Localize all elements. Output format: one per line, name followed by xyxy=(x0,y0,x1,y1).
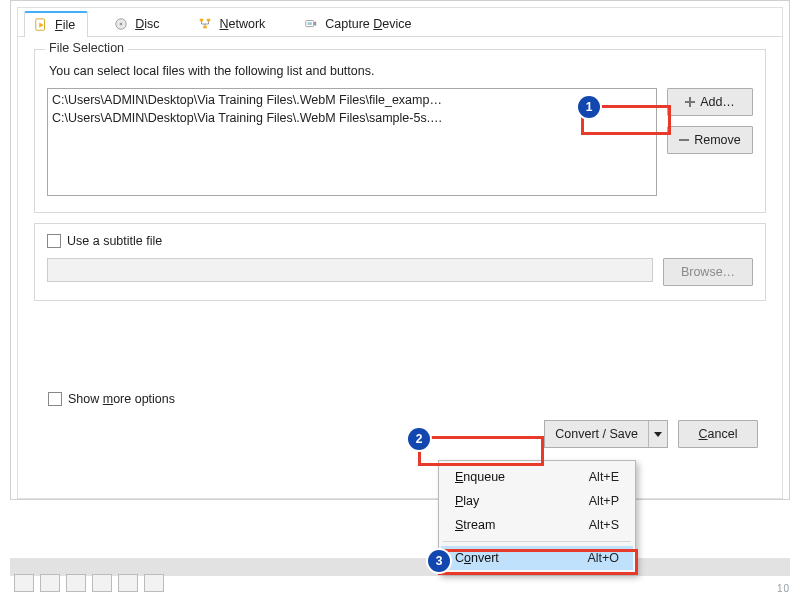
menu-item-play[interactable]: Play Alt+P xyxy=(441,489,633,513)
add-button-label: Add… xyxy=(700,95,735,109)
network-icon xyxy=(197,16,213,32)
chevron-down-icon xyxy=(654,432,662,437)
menu-separator xyxy=(443,541,631,542)
svg-rect-7 xyxy=(308,22,312,25)
tab-capture-label: Capture Device xyxy=(325,17,411,31)
annotation-badge-3: 3 xyxy=(428,550,450,572)
list-item[interactable]: C:\Users\ADMIN\Desktop\Via Training File… xyxy=(52,91,652,109)
bottom-buttons: Convert / Save Cancel xyxy=(544,420,758,448)
ghost-btn xyxy=(66,574,86,592)
capture-icon xyxy=(303,16,319,32)
menu-convert-label: Convert xyxy=(455,551,499,565)
annotation-badge-2: 2 xyxy=(408,428,430,450)
menu-enqueue-label: Enqueue xyxy=(455,470,505,484)
ghost-btn xyxy=(40,574,60,592)
ghost-btn xyxy=(14,574,34,592)
cancel-button[interactable]: Cancel xyxy=(678,420,758,448)
subtitle-path-input xyxy=(47,258,653,282)
ghost-btn xyxy=(144,574,164,592)
browse-button: Browse… xyxy=(663,258,753,286)
menu-stream-shortcut: Alt+S xyxy=(589,518,619,532)
dialog-body: File Disc Network Capture Device xyxy=(17,7,783,499)
convert-save-menu: Enqueue Alt+E Play Alt+P Stream Alt+S Co… xyxy=(438,460,636,575)
subtitle-checkbox-row[interactable]: Use a subtitle file xyxy=(47,234,753,248)
annotation-badge-1: 1 xyxy=(578,96,600,118)
media-source-tabs: File Disc Network Capture Device xyxy=(18,8,782,37)
menu-item-convert[interactable]: Convert Alt+O xyxy=(441,546,633,570)
file-selection-group: File Selection You can select local file… xyxy=(34,49,766,213)
browse-button-label: Browse… xyxy=(681,265,735,279)
show-more-options-checkbox[interactable] xyxy=(48,392,62,406)
menu-play-shortcut: Alt+P xyxy=(589,494,619,508)
page-number: 10 xyxy=(777,583,790,594)
svg-rect-5 xyxy=(204,25,208,28)
cancel-btn-label: Cancel xyxy=(699,427,738,441)
menu-enqueue-shortcut: Alt+E xyxy=(589,470,619,484)
svg-point-2 xyxy=(120,22,123,25)
menu-play-label: Play xyxy=(455,494,479,508)
svg-rect-3 xyxy=(200,18,204,21)
tab-disc[interactable]: Disc xyxy=(104,10,172,36)
background-icons xyxy=(14,574,164,592)
file-selection-subtext: You can select local files with the foll… xyxy=(49,64,753,78)
tab-network-label: Network xyxy=(219,17,265,31)
show-more-options-label: Show more options xyxy=(68,392,175,406)
convert-save-button[interactable]: Convert / Save xyxy=(544,420,668,448)
plus-icon xyxy=(685,97,695,107)
file-list[interactable]: C:\Users\ADMIN\Desktop\Via Training File… xyxy=(47,88,657,196)
tab-disc-label: Disc xyxy=(135,17,159,31)
remove-button[interactable]: Remove xyxy=(667,126,753,154)
ghost-btn xyxy=(92,574,112,592)
tab-file-label: File xyxy=(55,18,75,32)
show-more-options-row[interactable]: Show more options xyxy=(48,392,175,406)
tab-file[interactable]: File xyxy=(24,11,88,37)
list-item[interactable]: C:\Users\ADMIN\Desktop\Via Training File… xyxy=(52,109,652,127)
svg-rect-4 xyxy=(207,18,211,21)
subtitle-group: Use a subtitle file Browse… xyxy=(34,223,766,301)
convert-save-label[interactable]: Convert / Save xyxy=(545,421,649,447)
tab-capture[interactable]: Capture Device xyxy=(294,10,424,36)
tab-file-txt: ile xyxy=(63,18,76,32)
minus-icon xyxy=(679,139,689,141)
menu-item-stream[interactable]: Stream Alt+S xyxy=(441,513,633,537)
remove-button-label: Remove xyxy=(694,133,741,147)
menu-convert-shortcut: Alt+O xyxy=(587,551,619,565)
menu-stream-label: Stream xyxy=(455,518,495,532)
subtitle-checkbox-label: Use a subtitle file xyxy=(67,234,162,248)
file-play-icon xyxy=(33,17,49,33)
subtitle-checkbox[interactable] xyxy=(47,234,61,248)
tab-network[interactable]: Network xyxy=(188,10,278,36)
disc-icon xyxy=(113,16,129,32)
dialog-frame: File Disc Network Capture Device xyxy=(10,0,790,500)
file-selection-title: File Selection xyxy=(45,41,128,55)
add-button[interactable]: Add… xyxy=(667,88,753,116)
convert-save-dropdown[interactable] xyxy=(649,421,667,447)
ghost-btn xyxy=(118,574,138,592)
menu-item-enqueue[interactable]: Enqueue Alt+E xyxy=(441,465,633,489)
